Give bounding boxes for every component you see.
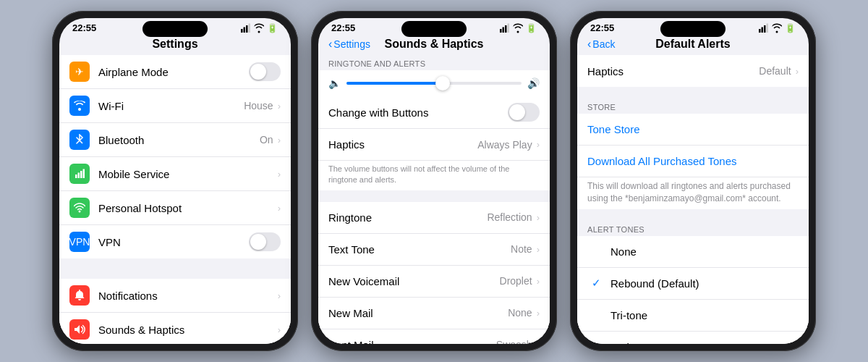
sounds-content: RINGTONE AND ALERTS 🔈 🔊 Change with Butt…: [318, 55, 550, 344]
page-title-sounds: Sounds & Haptics: [385, 38, 484, 51]
svg-rect-0: [241, 29, 243, 33]
svg-rect-10: [503, 27, 505, 33]
wifi-row-icon: [69, 96, 90, 116]
rebound-check: ✓: [587, 277, 605, 290]
alert-tone-tritone[interactable]: Tri-tone: [577, 300, 809, 332]
gap-alerts-2: [577, 209, 809, 221]
volume-row[interactable]: 🔈 🔊: [318, 70, 550, 96]
hotspot-label: Personal Hotspot: [98, 202, 276, 214]
nav-bar-2: ‹ Settings Sounds & Haptics: [318, 35, 550, 55]
settings-row-sounds[interactable]: Sounds & Haptics ›: [59, 313, 291, 344]
ringtone-row[interactable]: Ringtone Reflection ›: [318, 202, 550, 234]
settings-row-notifications[interactable]: Notifications ›: [59, 279, 291, 313]
text-tone-label: Text Tone: [328, 243, 511, 256]
status-bar-1: 22:55 🔋: [59, 18, 291, 35]
back-label-sounds: Settings: [333, 38, 370, 50]
alert-tone-rebound[interactable]: ✓ Rebound (Default): [577, 268, 809, 300]
store-note: This will download all ringtones and ale…: [577, 177, 809, 209]
airplane-icon: ✈: [69, 62, 90, 82]
settings-row-vpn[interactable]: VPN VPN: [59, 225, 291, 258]
svg-point-8: [79, 211, 81, 213]
haptics-group: Haptics Default ›: [577, 55, 809, 87]
settings-row-mobile[interactable]: Mobile Service ›: [59, 157, 291, 191]
change-buttons-toggle[interactable]: [508, 103, 540, 122]
settings-row-hotspot[interactable]: Personal Hotspot ›: [59, 191, 291, 225]
sounds-icon: [69, 319, 90, 340]
store-group: Tone Store Download All Purchased Tones …: [577, 114, 809, 209]
antic-label: Antic: [610, 341, 799, 344]
status-bar-2: 22:55 🔋: [318, 18, 550, 35]
tone-rows-group: Ringtone Reflection › Text Tone Note › N…: [318, 202, 550, 344]
hotspot-chevron: ›: [278, 203, 281, 214]
wifi-label: Wi-Fi: [98, 100, 244, 112]
svg-rect-4: [75, 174, 77, 178]
airplane-toggle[interactable]: [249, 62, 281, 81]
volume-thumb[interactable]: [435, 76, 450, 90]
new-mail-chevron: ›: [537, 308, 540, 319]
change-with-buttons-row[interactable]: Change with Buttons: [318, 96, 550, 129]
notifications-label: Notifications: [98, 290, 276, 302]
sounds-chevron: ›: [278, 324, 281, 335]
status-time-2: 22:55: [331, 22, 355, 33]
download-purchased-row[interactable]: Download All Purchased Tones: [577, 146, 809, 177]
svg-rect-5: [78, 173, 80, 179]
status-time-1: 22:55: [72, 22, 96, 33]
sent-mail-row[interactable]: Sent Mail Swoosh ›: [318, 329, 550, 344]
haptics-alerts-row[interactable]: Haptics Default ›: [577, 55, 809, 87]
rebound-label: Rebound (Default): [610, 277, 799, 290]
bluetooth-value: On: [260, 134, 273, 146]
vol-high-icon: 🔊: [527, 77, 540, 89]
new-mail-row[interactable]: New Mail None ›: [318, 298, 550, 329]
ringtone-value: Reflection: [487, 211, 532, 223]
gap-alerts-1: [577, 87, 809, 98]
settings-row-bluetooth[interactable]: Bluetooth On ›: [59, 123, 291, 157]
volume-note: The volume buttons will not affect the v…: [318, 161, 550, 190]
svg-rect-2: [246, 25, 248, 33]
back-label-alerts: Back: [592, 38, 615, 50]
back-button-alerts[interactable]: ‹ Back: [587, 38, 615, 51]
signal-icon-2: [500, 23, 510, 33]
ringtone-label: Ringtone: [328, 211, 487, 224]
battery-icon-2: 🔋: [526, 23, 537, 33]
back-button-sounds[interactable]: ‹ Settings: [328, 38, 370, 51]
mobile-label: Mobile Service: [98, 168, 276, 180]
sent-mail-chevron: ›: [537, 340, 540, 344]
new-voicemail-row[interactable]: New Voicemail Droplet ›: [318, 266, 550, 298]
nav-bar-3: ‹ Back Default Alerts: [577, 35, 809, 55]
haptics-alerts-label: Haptics: [587, 65, 759, 77]
ringtone-chevron: ›: [537, 212, 540, 223]
alert-tone-none[interactable]: None: [577, 236, 809, 268]
haptics-row[interactable]: Haptics Always Play ›: [318, 129, 550, 161]
vpn-toggle[interactable]: [249, 232, 281, 251]
svg-rect-9: [500, 29, 502, 33]
back-chevron-sounds: ‹: [328, 38, 332, 51]
hotspot-icon: [69, 198, 90, 218]
tritone-label: Tri-tone: [610, 309, 799, 321]
status-icons-2: 🔋: [500, 23, 537, 33]
mobile-chevron: ›: [278, 169, 281, 180]
haptics-alerts-chevron: ›: [796, 66, 799, 77]
settings-group-connectivity: ✈ Airplane Mode Wi-Fi House ›: [59, 55, 291, 258]
settings-row-wifi[interactable]: Wi-Fi House ›: [59, 89, 291, 123]
group-gap-1: [59, 258, 291, 279]
notifications-chevron: ›: [278, 290, 281, 301]
alert-tones-group: None ✓ Rebound (Default) Tri-tone Antic: [577, 236, 809, 344]
settings-row-airplane[interactable]: ✈ Airplane Mode: [59, 55, 291, 89]
svg-rect-16: [767, 23, 769, 33]
text-tone-row[interactable]: Text Tone Note ›: [318, 234, 550, 266]
text-tone-value: Note: [511, 243, 532, 255]
svg-rect-12: [508, 23, 510, 33]
sent-mail-label: Sent Mail: [328, 339, 496, 344]
haptics-value: Always Play: [477, 139, 532, 151]
volume-slider[interactable]: [346, 82, 522, 85]
ringtone-alerts-header: RINGTONE AND ALERTS: [318, 55, 550, 70]
vpn-label: VPN: [98, 236, 249, 248]
status-icons-1: 🔋: [241, 23, 278, 33]
status-bar-3: 22:55 🔋: [577, 18, 809, 35]
battery-icon-1: 🔋: [267, 23, 278, 33]
back-chevron-alerts: ‹: [587, 38, 591, 51]
change-buttons-label: Change with Buttons: [328, 106, 508, 119]
tone-store-row[interactable]: Tone Store: [577, 114, 809, 146]
alert-tone-antic[interactable]: Antic: [577, 332, 809, 344]
vpn-icon: VPN: [69, 232, 90, 252]
